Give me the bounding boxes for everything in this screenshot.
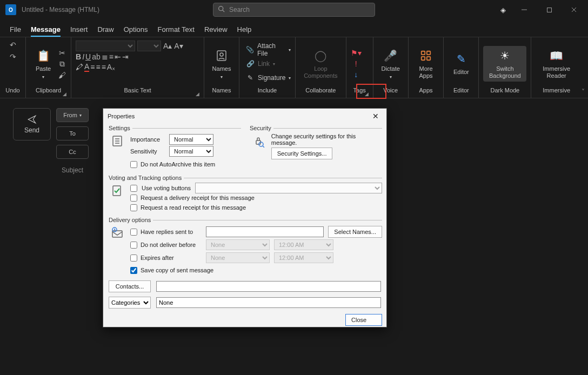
ribbon-options-chevron[interactable]: ˅: [582, 37, 588, 98]
clipboard-launcher-icon[interactable]: ◢: [63, 91, 66, 97]
cut-button[interactable]: ✂: [59, 49, 65, 57]
properties-dialog: Properties ✕ Settings Importance Normal: [103, 108, 387, 327]
to-button[interactable]: To: [56, 126, 89, 140]
increase-font-button[interactable]: A▴: [163, 42, 172, 50]
save-copy-checkbox[interactable]: [130, 267, 137, 274]
security-settings-button[interactable]: Security Settings...: [271, 148, 333, 159]
attach-file-button[interactable]: 📎Attach File▾: [244, 43, 293, 56]
select-names-button[interactable]: Select Names...: [328, 226, 382, 238]
more-apps-button[interactable]: More Apps: [413, 46, 439, 82]
decrease-indent-button[interactable]: ⇤: [115, 52, 121, 61]
align-left-button[interactable]: ≡: [90, 62, 95, 72]
expires-after-checkbox[interactable]: [130, 255, 137, 262]
from-button[interactable]: From▾: [56, 108, 89, 122]
tab-file[interactable]: File: [10, 25, 21, 37]
bullets-button[interactable]: ≣: [102, 52, 108, 61]
minimize-button[interactable]: [512, 2, 536, 18]
basic-text-launcher-icon[interactable]: ◢: [196, 91, 199, 97]
send-button[interactable]: Send: [13, 108, 51, 140]
expires-after-label: Expires after: [141, 255, 174, 261]
signature-button[interactable]: ✎Signature▾: [244, 71, 293, 84]
follow-up-flag-button[interactable]: ⚑▾: [351, 49, 362, 57]
voting-options-select[interactable]: [195, 183, 382, 193]
copy-button[interactable]: ⧉: [59, 59, 65, 69]
underline-button[interactable]: U: [85, 52, 91, 61]
categories-button[interactable]: Categories: [109, 297, 151, 309]
send-label: Send: [24, 126, 39, 134]
no-deliver-before-checkbox[interactable]: [130, 242, 137, 249]
tab-message[interactable]: Message: [31, 25, 61, 37]
tab-help[interactable]: Help: [237, 25, 252, 37]
no-deliver-time-select[interactable]: 12:00 AM: [274, 239, 333, 250]
group-collaborate-label: Collaborate: [305, 87, 336, 93]
delivery-receipt-checkbox[interactable]: [130, 195, 137, 202]
contacts-input[interactable]: [156, 281, 381, 292]
tab-options[interactable]: Options: [124, 25, 148, 37]
search-input[interactable]: Search: [213, 3, 375, 17]
close-button[interactable]: Close: [345, 314, 382, 326]
low-importance-button[interactable]: ↓: [354, 70, 358, 79]
outlook-app-icon: O: [5, 4, 16, 15]
tab-insert[interactable]: Insert: [70, 25, 88, 37]
names-button[interactable]: Names ▾: [209, 46, 235, 82]
editor-label: Editor: [453, 69, 469, 76]
chevron-down-icon: ▾: [42, 75, 44, 80]
replies-sent-to-label: Have replies sent to: [141, 229, 193, 235]
group-include-label: Include: [258, 87, 277, 93]
loop-components-button[interactable]: ◯ Loop Components: [300, 46, 342, 82]
tab-format-text[interactable]: Format Text: [158, 25, 195, 37]
tags-launcher-icon[interactable]: ◢: [365, 91, 369, 97]
use-voting-checkbox[interactable]: [130, 185, 137, 192]
replies-sent-to-input[interactable]: [206, 226, 324, 237]
font-size-select[interactable]: [137, 41, 161, 51]
font-color-button[interactable]: A: [84, 62, 89, 72]
clear-format-button[interactable]: Aₓ: [107, 62, 115, 72]
svg-point-7: [220, 53, 223, 56]
voting-icon: [110, 183, 125, 212]
editor-icon: ✎: [453, 51, 469, 66]
clipboard-icon: 📋: [36, 48, 51, 63]
high-importance-button[interactable]: !: [355, 59, 357, 68]
svg-rect-8: [422, 51, 425, 55]
expires-time-select[interactable]: 12:00 AM: [274, 252, 333, 263]
font-family-select[interactable]: [76, 41, 135, 51]
paste-button[interactable]: 📋 Paste ▾: [30, 46, 56, 82]
sensitivity-select[interactable]: Normal: [169, 146, 213, 157]
importance-select[interactable]: Normal: [169, 134, 213, 145]
no-autoarchive-checkbox[interactable]: [130, 161, 137, 168]
editor-button[interactable]: ✎ Editor: [448, 49, 474, 78]
expires-date-select[interactable]: None: [206, 252, 270, 263]
highlight-button[interactable]: 🖍: [76, 62, 83, 72]
close-window-button[interactable]: [562, 2, 586, 18]
link-button[interactable]: 🔗Link▾: [244, 57, 293, 70]
dictate-button[interactable]: 🎤 Dictate ▾: [378, 46, 404, 82]
contacts-button[interactable]: Contacts...: [109, 280, 151, 292]
maximize-button[interactable]: [537, 2, 561, 18]
no-deliver-date-select[interactable]: None: [206, 239, 270, 250]
italic-button[interactable]: I: [82, 52, 84, 61]
svg-rect-9: [427, 51, 430, 55]
switch-background-button[interactable]: ☀ Switch Background: [483, 46, 526, 82]
strikethrough-button[interactable]: ab: [92, 52, 101, 61]
svg-line-1: [223, 10, 224, 12]
premium-icon[interactable]: ◈: [500, 6, 506, 14]
importance-label: Importance: [130, 136, 166, 143]
read-receipt-checkbox[interactable]: [130, 204, 137, 211]
numbering-button[interactable]: ≡: [109, 52, 113, 61]
increase-indent-button[interactable]: ⇥: [122, 52, 129, 61]
align-right-button[interactable]: ≡: [102, 62, 106, 72]
tab-review[interactable]: Review: [204, 25, 228, 37]
decrease-font-button[interactable]: A▾: [174, 42, 183, 50]
dialog-close-button[interactable]: ✕: [369, 111, 382, 122]
redo-button[interactable]: ↷: [10, 52, 16, 61]
immersive-reader-button[interactable]: 📖 Immersive Reader: [536, 46, 577, 82]
replies-sent-to-checkbox[interactable]: [130, 229, 137, 236]
categories-input[interactable]: [156, 297, 381, 308]
chevron-down-icon: ▾: [220, 75, 223, 80]
align-center-button[interactable]: ≡: [96, 62, 101, 72]
cc-button[interactable]: Cc: [56, 145, 89, 159]
bold-button[interactable]: B: [76, 52, 81, 61]
undo-button[interactable]: ↶: [10, 41, 16, 49]
format-painter-button[interactable]: 🖌: [58, 71, 66, 79]
tab-draw[interactable]: Draw: [97, 25, 113, 37]
